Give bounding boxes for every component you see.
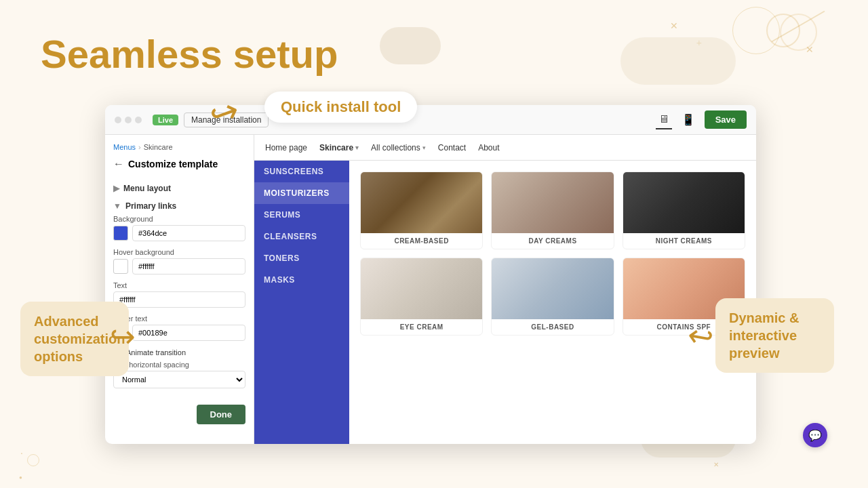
deco-dot-1: · (20, 447, 23, 458)
bg-blob-1 (380, 27, 441, 64)
hover-text-input[interactable] (132, 325, 245, 341)
done-button[interactable]: Done (197, 405, 246, 424)
deco-circle-2 (27, 454, 39, 466)
product-img-gelbased (492, 258, 613, 319)
background-swatch[interactable] (113, 226, 128, 241)
product-card-nightcream[interactable]: NIGHT CREAMS (623, 171, 745, 249)
product-grid: CREAM-BASED DAY CREAMS NIGHT CREAMS (360, 171, 745, 336)
background-field-row (113, 225, 245, 241)
hover-bg-field-row (113, 258, 245, 274)
browser-circle-1 (115, 117, 121, 123)
save-button[interactable]: Save (705, 110, 747, 129)
spacing-label: Link horizontal spacing (113, 361, 245, 369)
mega-item-masks[interactable]: MASKS (254, 269, 349, 291)
main-heading: Seamless setup (41, 33, 338, 76)
text-input[interactable] (113, 291, 245, 308)
product-grid-area: CREAM-BASED DAY CREAMS NIGHT CREAMS (349, 161, 756, 444)
product-label-nightcream: NIGHT CREAMS (623, 233, 745, 249)
hover-bg-label: Hover background (113, 248, 245, 256)
product-label-gelbased: GEL-BASED (492, 319, 613, 335)
hover-bg-input[interactable] (132, 258, 245, 274)
expand-arrow-menu: ▶ (113, 184, 119, 193)
expand-arrow-primary: ▼ (113, 201, 121, 211)
text-label: Text (113, 281, 245, 289)
product-img-eyecream (361, 258, 482, 319)
store-nav: Home page Skincare ▾ All collections ▾ C… (254, 135, 756, 161)
background-input[interactable] (132, 225, 245, 241)
deco-x-br: ✕ (713, 461, 719, 468)
bg-blob-2 (620, 37, 736, 85)
spacing-field-group: Link horizontal spacing Normal Compact W… (113, 361, 245, 388)
browser-topbar: Live Manage installation 🖥 📱 Save (105, 105, 756, 135)
preview-pane: Home page Skincare ▾ All collections ▾ C… (254, 135, 756, 444)
sidebar-panel: Menus › Skincare ← Customize template ▶ … (105, 135, 254, 444)
topbar-right: 🖥 📱 Save (656, 110, 747, 129)
mega-item-sunscreens[interactable]: SUNSCREENS (254, 161, 349, 182)
nav-homepage[interactable]: Home page (265, 143, 307, 152)
mega-item-cleansers[interactable]: CLEANSERS (254, 226, 349, 247)
product-img-daycream (492, 172, 613, 233)
chat-widget[interactable]: 💬 (803, 423, 827, 447)
callout-dynamic: Dynamic & interactive preview (715, 298, 834, 373)
callout-install: Quick install tool (264, 92, 417, 123)
arrow-advanced: ↪ (110, 319, 136, 354)
background-label: Background (113, 215, 245, 223)
nav-about[interactable]: About (478, 143, 499, 152)
product-card-gelbased[interactable]: GEL-BASED (491, 258, 614, 336)
product-label-eyecream: EYE CREAM (361, 319, 482, 335)
hover-bg-field-group: Hover background (113, 248, 245, 274)
breadcrumb-skincare: Skincare (144, 143, 173, 151)
primary-links-section[interactable]: ▼ Primary links (113, 197, 245, 215)
mega-item-toners[interactable]: TONERS (254, 247, 349, 269)
live-badge: Live (153, 115, 178, 125)
text-field-row (113, 291, 245, 308)
browser-controls (115, 117, 142, 123)
breadcrumb-sep: › (138, 143, 141, 151)
product-card-daycream[interactable]: DAY CREAMS (491, 171, 614, 249)
spacing-select[interactable]: Normal Compact Wide (113, 371, 245, 388)
nav-skincare[interactable]: Skincare ▾ (319, 143, 359, 152)
background-field-group: Background (113, 215, 245, 241)
browser-window: Live Manage installation 🖥 📱 Save Menus … (105, 105, 756, 444)
allcollections-chevron: ▾ (422, 144, 426, 151)
menu-layout-label: Menu layout (123, 184, 171, 193)
browser-circle-3 (135, 117, 142, 123)
desktop-view-button[interactable]: 🖥 (656, 110, 672, 129)
mobile-view-button[interactable]: 📱 (679, 110, 698, 129)
skincare-chevron: ▾ (355, 144, 359, 151)
deco-circle-1 (732, 7, 780, 54)
primary-links-label: Primary links (125, 201, 176, 211)
mega-item-serums[interactable]: SERUMS (254, 204, 349, 226)
browser-content: Menus › Skincare ← Customize template ▶ … (105, 135, 756, 444)
product-label-daycream: DAY CREAMS (492, 233, 613, 249)
product-label-cream: CREAM-BASED (361, 233, 482, 249)
deco-dot-2: ● (19, 474, 22, 481)
mega-item-moisturizers[interactable]: MOISTURIZERS (254, 182, 349, 204)
product-card-eyecream[interactable]: EYE CREAM (360, 258, 483, 336)
product-img-cream (361, 172, 482, 233)
browser-circle-2 (125, 117, 132, 123)
mega-sidebar: SUNSCREENS MOISTURIZERS SERUMS CLEANSERS… (254, 161, 349, 444)
product-img-nightcream (623, 172, 745, 233)
hover-bg-swatch[interactable] (113, 259, 128, 274)
back-button[interactable]: ← (113, 158, 124, 170)
product-card-cream[interactable]: CREAM-BASED (360, 171, 483, 249)
breadcrumb: Menus › Skincare (113, 143, 245, 151)
sidebar-title-text: Customize template (128, 159, 218, 169)
nav-contact[interactable]: Contact (438, 143, 466, 152)
breadcrumb-menus[interactable]: Menus (113, 143, 136, 151)
nav-allcollections[interactable]: All collections ▾ (371, 143, 426, 152)
deco-plus-1: ✕ (670, 20, 678, 31)
mega-menu-area: SUNSCREENS MOISTURIZERS SERUMS CLEANSERS… (254, 161, 756, 444)
text-field-group: Text (113, 281, 245, 308)
sidebar-title: ← Customize template (113, 158, 245, 170)
menu-layout-section[interactable]: ▶ Menu layout (113, 180, 245, 197)
